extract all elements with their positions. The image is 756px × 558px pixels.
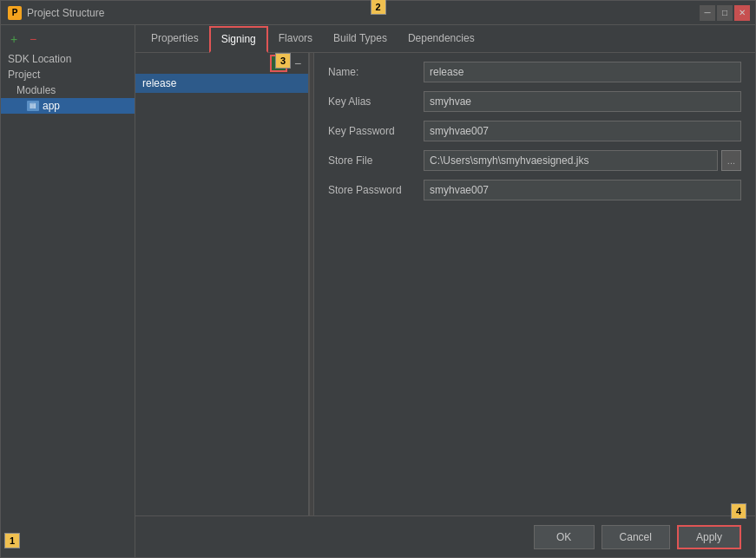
form-row-store-file: Store File ...	[328, 150, 741, 171]
signing-area: + − release 3 Name:	[135, 53, 755, 515]
sidebar: + − SDK Location Project Modules ▤ app 1	[1, 25, 135, 557]
close-button[interactable]: ✕	[734, 5, 750, 21]
sidebar-item-sdk-location[interactable]: SDK Location	[1, 51, 135, 67]
label-store-password: Store Password	[328, 184, 424, 196]
bottom-bar: 4 OK Cancel Apply	[135, 515, 755, 557]
badge-4: 4	[731, 503, 746, 519]
ok-button[interactable]: OK	[534, 525, 595, 549]
form-row-store-password: Store Password	[328, 180, 741, 200]
tab-build-types[interactable]: Build Types	[323, 25, 398, 52]
tab-flavors[interactable]: Flavors	[268, 25, 323, 52]
config-item-release[interactable]: release	[135, 74, 308, 93]
sidebar-remove-button[interactable]: −	[25, 32, 41, 46]
form-row-name: Name:	[328, 62, 741, 82]
label-key-alias: Key Alias	[328, 95, 424, 108]
tab-dependencies[interactable]: Dependencies	[398, 25, 485, 52]
title-controls: ─ □ ✕	[700, 5, 750, 21]
cancel-button[interactable]: Cancel	[602, 525, 670, 549]
tabs-bar: Properties Signing Flavors Build Types D…	[135, 25, 755, 53]
form-row-key-alias: Key Alias	[328, 91, 741, 112]
input-store-password[interactable]	[424, 180, 741, 200]
input-key-alias[interactable]	[424, 91, 741, 112]
apply-button[interactable]: Apply	[677, 525, 741, 549]
right-panel: Properties Signing Flavors Build Types D…	[135, 25, 755, 557]
tab-properties[interactable]: Properties	[141, 25, 209, 52]
main-window: P Project Structure 2 ─ □ ✕ + − SDK Loca…	[0, 0, 756, 558]
input-key-password[interactable]	[424, 121, 741, 141]
sidebar-item-app[interactable]: ▤ app	[1, 98, 135, 114]
properties-panel: Name: Key Alias Key Password	[314, 53, 755, 515]
module-icon: ▤	[27, 101, 39, 111]
badge-1: 1	[4, 533, 20, 548]
title-bar: P Project Structure 2 ─ □ ✕	[1, 1, 755, 25]
sidebar-item-modules[interactable]: Modules	[1, 82, 135, 98]
sidebar-add-button[interactable]: +	[6, 32, 22, 46]
badge-3: 3	[275, 53, 291, 69]
app-icon: P	[8, 6, 22, 20]
minimize-button[interactable]: ─	[700, 5, 715, 21]
tab-signing[interactable]: Signing	[209, 26, 268, 53]
main-content: + − SDK Location Project Modules ▤ app 1	[1, 25, 755, 557]
input-name[interactable]	[424, 62, 741, 82]
window-title: Project Structure	[27, 7, 104, 19]
label-store-file: Store File	[328, 154, 424, 167]
label-key-password: Key Password	[328, 125, 424, 137]
form-row-key-password: Key Password	[328, 121, 741, 141]
maximize-button[interactable]: □	[717, 5, 733, 21]
sidebar-toolbar: + −	[1, 30, 135, 51]
config-panel: + − release 3	[135, 53, 309, 515]
label-name: Name:	[328, 66, 424, 78]
config-remove-button[interactable]: −	[289, 55, 306, 72]
sidebar-item-project[interactable]: Project	[1, 67, 135, 82]
browse-button[interactable]: ...	[721, 150, 741, 171]
badge-2: 2	[371, 0, 386, 15]
input-store-file[interactable]	[424, 150, 718, 171]
